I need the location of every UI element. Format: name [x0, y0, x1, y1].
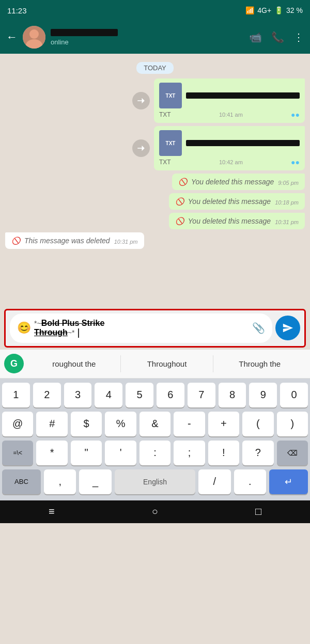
- avatar[interactable]: [23, 26, 45, 49]
- key-hash[interactable]: #: [36, 412, 67, 436]
- key-semicolon[interactable]: ;: [174, 441, 205, 465]
- msg-time-5: 10:31 pm: [275, 219, 299, 225]
- key-colon[interactable]: :: [140, 441, 171, 465]
- key-period[interactable]: .: [234, 469, 266, 494]
- input-bold-through: Through: [34, 328, 68, 337]
- key-rparen[interactable]: ): [277, 412, 308, 436]
- msg-time-6: 10:31 pm: [114, 239, 138, 245]
- suggestion-2[interactable]: Throughout: [121, 355, 214, 372]
- key-6[interactable]: 6: [157, 383, 184, 407]
- key-2[interactable]: 2: [33, 383, 61, 407]
- key-7[interactable]: 7: [188, 383, 215, 407]
- file-name-redacted: [186, 92, 300, 99]
- contact-info[interactable]: online: [51, 29, 244, 46]
- send-button[interactable]: [275, 316, 300, 340]
- suggestion-3[interactable]: Through the: [213, 355, 306, 372]
- phone-icon[interactable]: 📞: [271, 31, 284, 43]
- deleted-message: 🚫 You deleted this message 10:18 pm: [169, 193, 305, 210]
- key-0[interactable]: 0: [280, 383, 308, 407]
- input-wrapper: 😊 *~Bold Plus Strike Through~* 📎: [2, 309, 308, 348]
- key-squote[interactable]: ': [105, 441, 136, 465]
- message-input[interactable]: *~Bold Plus Strike Through~*: [34, 319, 249, 338]
- deleted-text: You deleted this message: [191, 178, 274, 186]
- key-percent[interactable]: %: [105, 412, 136, 436]
- contact-name: [51, 29, 118, 36]
- input-area: 😊 *~Bold Plus Strike Through~* 📎: [4, 309, 306, 348]
- key-lparen[interactable]: (: [242, 412, 273, 436]
- date-label: TODAY: [136, 62, 174, 74]
- key-1[interactable]: 1: [2, 383, 30, 407]
- key-language[interactable]: English: [115, 469, 195, 494]
- nav-home-circle[interactable]: ○: [152, 506, 158, 517]
- nav-home-icon[interactable]: ≡: [49, 506, 55, 517]
- file-type-icon: TXT: [159, 130, 182, 156]
- forward-icon[interactable]: [132, 92, 150, 109]
- battery-icon: 🔋: [274, 6, 283, 14]
- keyboard-row-numbers: 1 2 3 4 5 6 7 8 9 0: [2, 383, 308, 407]
- key-comma[interactable]: ,: [44, 469, 76, 494]
- key-enter[interactable]: ↵: [269, 469, 308, 494]
- key-exclaim[interactable]: !: [208, 441, 239, 465]
- file-ext-label: TXT: [159, 111, 171, 118]
- key-5[interactable]: 5: [126, 383, 153, 407]
- msg-time-4: 10:18 pm: [275, 199, 299, 206]
- grammarly-icon: G: [4, 354, 24, 373]
- deleted-recv-text: This message was deleted: [24, 237, 110, 245]
- status-bar: 11:23 📶 4G+ 🔋 32 %: [0, 0, 310, 21]
- message-row: TXT TXT 10:42 am ●●: [5, 126, 305, 170]
- signal-icon: 📶: [245, 6, 254, 14]
- nav-recents-icon[interactable]: □: [255, 506, 261, 517]
- key-abc[interactable]: ABC: [2, 469, 41, 494]
- key-underscore[interactable]: _: [79, 469, 111, 494]
- key-8[interactable]: 8: [219, 383, 246, 407]
- keyboard-row-symbols1: @ # $ % & - + ( ): [2, 412, 308, 436]
- input-bold-strike: Bold Plus Strike: [41, 319, 105, 327]
- file-type-icon: TXT: [159, 83, 182, 108]
- input-tilde-2: ~: [68, 328, 72, 337]
- key-dollar[interactable]: $: [71, 412, 102, 436]
- key-question[interactable]: ?: [242, 441, 273, 465]
- deleted-message: 🚫 You deleted this message 9:05 pm: [172, 174, 305, 190]
- key-minus[interactable]: -: [174, 412, 205, 436]
- key-at[interactable]: @: [2, 412, 33, 436]
- keyboard: 1 2 3 4 5 6 7 8 9 0 @ # $ % & - + ( ) =\…: [0, 379, 310, 500]
- key-3[interactable]: 3: [64, 383, 92, 407]
- message-input-box[interactable]: 😊 *~Bold Plus Strike Through~* 📎: [10, 313, 272, 343]
- msg-time-2: 10:42 am: [219, 159, 243, 165]
- key-plus[interactable]: +: [208, 412, 239, 436]
- emoji-button[interactable]: 😊: [17, 321, 31, 335]
- read-ticks-1: ●●: [291, 111, 300, 119]
- ban-icon: 🚫: [175, 197, 184, 206]
- file-meta: TXT 10:41 am ●●: [159, 111, 300, 119]
- suggestion-1[interactable]: roughout the: [28, 355, 121, 372]
- header-actions: 📹 📞 ⋮: [249, 31, 304, 43]
- message-row: 🚫 You deleted this message 10:31 pm: [5, 213, 305, 229]
- back-button[interactable]: ←: [6, 30, 18, 44]
- video-call-icon[interactable]: 📹: [249, 31, 262, 43]
- chat-header: ← online 📹 📞 ⋮: [0, 21, 310, 54]
- key-dquote[interactable]: ": [71, 441, 102, 465]
- date-badge: TODAY: [5, 63, 305, 72]
- file-message: TXT TXT 10:42 am ●●: [154, 126, 305, 170]
- contact-status: online: [51, 38, 244, 46]
- more-options-icon[interactable]: ⋮: [293, 31, 304, 43]
- forward-icon[interactable]: [132, 139, 150, 157]
- key-amp[interactable]: &: [140, 412, 171, 436]
- autocomplete-suggestions: roughout the Throughout Through the: [28, 355, 306, 372]
- file-message: TXT TXT 10:41 am ●●: [154, 78, 305, 123]
- msg-time-1: 10:41 am: [219, 112, 243, 118]
- attach-button[interactable]: 📎: [252, 322, 265, 334]
- message-row: 🚫 You deleted this message 10:18 pm: [5, 193, 305, 210]
- svg-point-1: [29, 29, 39, 39]
- key-symbols-toggle[interactable]: =\<: [2, 441, 33, 465]
- key-4[interactable]: 4: [95, 383, 122, 407]
- key-star[interactable]: *: [36, 441, 67, 465]
- backspace-key[interactable]: ⌫: [277, 441, 308, 465]
- time-display: 11:23: [7, 6, 27, 15]
- status-icons: 📶 4G+ 🔋 32 %: [245, 6, 303, 14]
- ban-icon: 🚫: [178, 178, 187, 186]
- key-9[interactable]: 9: [249, 383, 277, 407]
- file-name-redacted: [186, 140, 300, 146]
- key-slash[interactable]: /: [198, 469, 230, 494]
- message-row: 🚫 This message was deleted 10:31 pm: [5, 232, 305, 249]
